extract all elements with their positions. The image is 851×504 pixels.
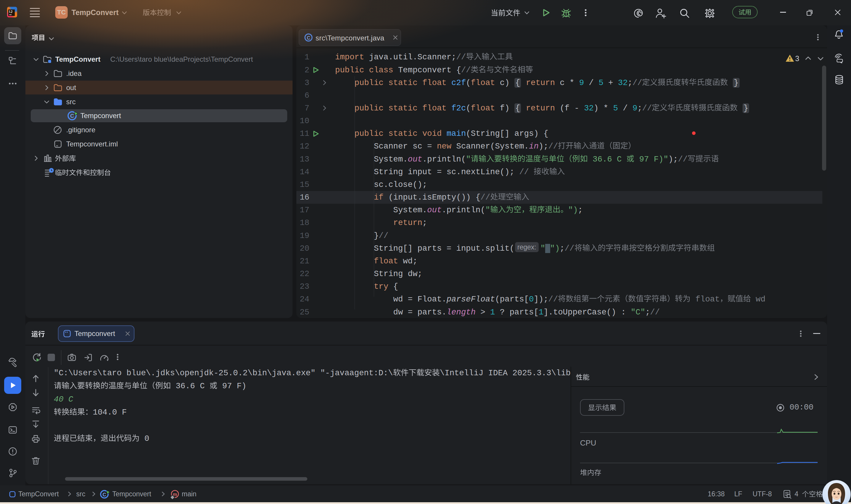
svg-text:C: C	[103, 492, 106, 498]
svg-text:C: C	[70, 113, 74, 119]
svg-text:C: C	[307, 35, 310, 40]
